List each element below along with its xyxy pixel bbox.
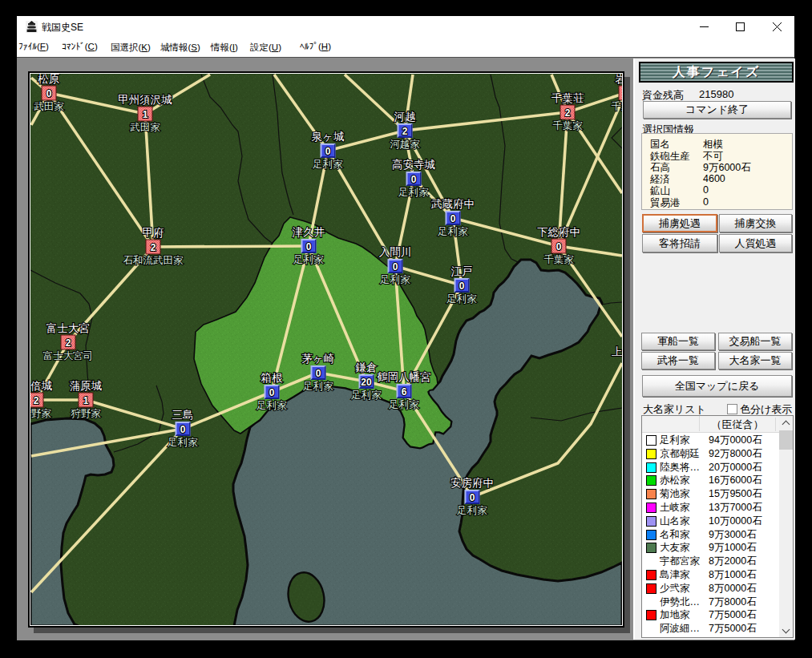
daimyo-row[interactable]: 伊勢北…7万8000石	[642, 595, 778, 609]
scroll-down-button[interactable]	[779, 624, 793, 637]
castle-name: 箱根	[261, 372, 284, 384]
castle-name: 甲州須沢城	[118, 94, 172, 106]
map[interactable]: 0松原武田家1甲州須沢城武田家2甲府石和流武田家2富士大宮富士大宮司2安倍城狩野…	[30, 74, 622, 625]
daimyo-row[interactable]: 山名家10万0000石	[642, 515, 778, 528]
daimyo-koku: 20万0000石	[709, 461, 762, 474]
castle-name: 松原	[38, 74, 60, 85]
daimyo-koku: 8万2000石	[709, 555, 757, 568]
castle-family: 足利家	[456, 505, 487, 516]
minimize-button[interactable]	[686, 16, 722, 38]
castle-count: 0	[556, 241, 562, 252]
castle-name: 蒲原城	[70, 380, 103, 392]
daimyo-name: 足利家	[660, 434, 690, 447]
daimyo-color-swatch	[646, 503, 656, 513]
info-value: 4600	[703, 173, 725, 184]
daimyo-row[interactable]: 京都朝廷92万8000石	[642, 447, 778, 461]
scroll-up-icon	[782, 421, 790, 429]
castle-count: 0	[393, 261, 398, 272]
castle-name: 岩槻	[616, 74, 623, 85]
daimyo-name: 伊勢北…	[660, 595, 700, 609]
daimyo-list-scrollbar[interactable]	[779, 416, 793, 637]
daimyo-list-button[interactable]: 大名家一覧	[718, 352, 792, 369]
daimyo-row[interactable]: 島津家8万1000石	[642, 568, 778, 582]
castle-count: 0	[411, 174, 417, 185]
daimyo-name: 加地家	[660, 608, 690, 622]
castle-count: 0	[325, 146, 331, 157]
castle-family: 足利家	[167, 437, 198, 448]
daimyo-row[interactable]: 阿波細…7万5000石	[642, 622, 778, 636]
castle-name: 津久井	[292, 226, 325, 238]
menu-item-H[interactable]: ﾍﾙﾌﾟ(H)	[300, 42, 331, 51]
info-value: 0	[703, 196, 709, 208]
daimyo-row[interactable]: 菊池家15万9500石	[642, 487, 778, 501]
castle-family: 千葉家	[611, 101, 622, 112]
info-row: 貿易港0	[642, 196, 792, 208]
daimyo-color-swatch	[646, 489, 656, 499]
daimyo-list-header: （臣従含）	[642, 416, 779, 433]
prisoner-treatment-button[interactable]: 捕虜処遇	[642, 214, 717, 232]
prisoner-exchange-button[interactable]: 捕虜交換	[719, 214, 792, 232]
castle-count: 0	[450, 213, 456, 224]
funds-value: 215980	[699, 88, 733, 100]
daimyo-list-header-name	[642, 416, 700, 431]
castle-count: 20	[361, 377, 372, 388]
daimyo-row[interactable]: 加地家7万5000石	[642, 608, 778, 622]
info-row: 鉱山0	[642, 184, 792, 196]
client-area: 0松原武田家1甲州須沢城武田家2甲府石和流武田家2富士大宮富士大宮司2安倍城狩野…	[17, 57, 794, 640]
daimyo-name: 阿波細…	[660, 622, 700, 636]
daimyo-row[interactable]: 足利家94万0000石	[642, 434, 778, 447]
close-icon	[773, 22, 782, 31]
scroll-thumb[interactable]	[779, 430, 793, 450]
castle-name: 茅ヶ崎	[302, 353, 335, 365]
daimyo-list: （臣従含） 足利家94万0000石京都朝廷92万8000石陸奥将…20万0000…	[641, 415, 794, 638]
daimyo-row[interactable]: 土岐家13万7000石	[642, 501, 778, 515]
castle-family: 河越家	[390, 139, 420, 150]
castle-family: 足利家	[293, 254, 324, 265]
scroll-up-button[interactable]	[779, 416, 793, 430]
castle-name: 鶴岡八幡宮	[377, 371, 431, 383]
daimyo-koku: 8万1000石	[709, 568, 757, 582]
castle-count: 0	[306, 241, 312, 252]
tradeship-list-button[interactable]: 交易船一覧	[718, 333, 792, 350]
menu-item-I[interactable]: 情報(I)	[211, 42, 238, 54]
castle-icon-red[interactable]	[619, 86, 622, 100]
side-panel: 人事フェイズ 資金残高 215980 コマンド終了 選択国情報 国名相模鉄砲生産…	[633, 59, 795, 640]
guest-general-invite-button[interactable]: 客将招請	[642, 234, 717, 252]
castle-name: 千葉荘	[551, 92, 584, 104]
daimyo-color-swatch	[646, 583, 656, 594]
castle-count: 2	[151, 242, 156, 253]
daimyo-name: 島津家	[660, 568, 690, 582]
daimyo-list-header-koku: （臣従含）	[700, 418, 776, 431]
menu-item-K[interactable]: 国選択(K)	[111, 42, 151, 54]
daimyo-name: 菊池家	[660, 487, 690, 501]
daimyo-row[interactable]: 大友家9万1000石	[642, 541, 778, 555]
color-display-checkbox[interactable]	[727, 404, 737, 414]
general-list-button[interactable]: 武将一覧	[641, 352, 715, 369]
daimyo-row[interactable]: 陸奥将…20万0000石	[642, 461, 778, 474]
info-value: 0	[703, 184, 709, 196]
warship-list-button[interactable]: 軍船一覧	[641, 333, 715, 350]
menu-item-F[interactable]: ﾌｧｲﾙ(F)	[18, 42, 49, 51]
castle-family: 足利家	[350, 390, 382, 401]
castle-count: 0	[459, 281, 465, 292]
national-map-button[interactable]: 全国マップに戻る	[642, 375, 792, 397]
menu-item-S[interactable]: 城情報(S)	[160, 42, 200, 54]
castle-name: 泉ヶ城	[312, 131, 345, 143]
close-button[interactable]	[759, 16, 795, 38]
castle-family: 石和流武田家	[123, 255, 184, 266]
daimyo-row[interactable]: 宇都宮家8万2000石	[642, 555, 778, 568]
map-shadow-right	[624, 77, 630, 633]
command-end-button[interactable]: コマンド終了	[643, 101, 791, 119]
daimyo-row[interactable]: 少弐家8万0000石	[642, 582, 778, 595]
menu-item-C[interactable]: ｺﾏﾝﾄﾞ(C)	[62, 42, 98, 51]
menu-item-U[interactable]: 設定(U)	[250, 42, 281, 54]
castle-name: 鎌倉	[356, 361, 378, 373]
hostage-treatment-button[interactable]: 人質処遇	[719, 234, 792, 252]
daimyo-row[interactable]: 名和家9万3000石	[642, 528, 778, 542]
daimyo-koku: 13万7000石	[709, 501, 762, 515]
daimyo-color-swatch	[646, 530, 656, 540]
maximize-button[interactable]	[722, 16, 758, 38]
daimyo-color-swatch	[646, 543, 656, 553]
daimyo-koku: 7万5000石	[709, 608, 757, 622]
daimyo-row[interactable]: 赤松家16万6000石	[642, 474, 778, 487]
